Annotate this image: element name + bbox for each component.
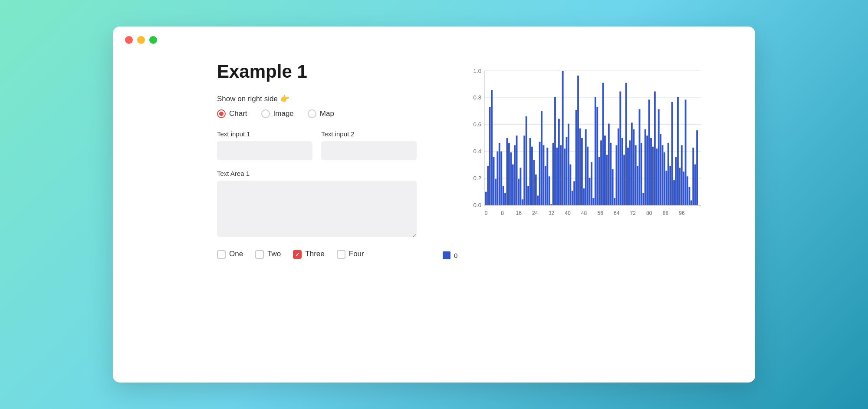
svg-rect-45 [523, 135, 525, 205]
checkbox-box-two [255, 250, 264, 259]
svg-text:56: 56 [597, 210, 603, 216]
svg-rect-132 [690, 201, 692, 205]
svg-rect-66 [564, 148, 566, 205]
svg-rect-121 [669, 166, 671, 205]
svg-rect-77 [585, 129, 587, 205]
svg-text:48: 48 [581, 210, 587, 216]
svg-rect-128 [683, 172, 684, 205]
legend-label-0: 0 [454, 252, 457, 259]
svg-rect-87 [604, 135, 606, 205]
bar-chart: 1.0 0.8 0.6 0.4 0.2 0.0 0 8 16 24 32 40 … [443, 61, 729, 244]
svg-rect-58 [549, 176, 550, 205]
textarea-group: Text Area 1 [217, 170, 417, 237]
checkbox-three[interactable]: Three [293, 249, 324, 259]
svg-rect-88 [606, 155, 608, 205]
svg-rect-100 [629, 140, 631, 205]
svg-rect-68 [568, 124, 569, 205]
svg-rect-56 [545, 166, 546, 205]
minimize-button[interactable] [137, 36, 145, 44]
checkbox-label-three: Three [305, 249, 324, 259]
radio-map[interactable]: Map [308, 109, 334, 118]
svg-rect-79 [589, 178, 591, 205]
right-panel: 1.0 0.8 0.6 0.4 0.2 0.0 0 8 16 24 32 40 … [443, 57, 729, 369]
svg-rect-129 [685, 99, 687, 205]
svg-rect-109 [646, 135, 648, 205]
svg-rect-69 [569, 165, 571, 205]
svg-rect-126 [679, 168, 681, 205]
svg-rect-34 [503, 186, 504, 205]
svg-rect-37 [508, 143, 510, 205]
svg-rect-43 [519, 168, 521, 205]
svg-rect-32 [499, 143, 500, 205]
svg-rect-55 [543, 145, 545, 205]
svg-text:40: 40 [565, 210, 571, 216]
svg-rect-82 [595, 97, 596, 205]
main-content: Example 1 Show on right side 👉 Chart Ima… [113, 48, 755, 378]
svg-rect-97 [623, 155, 625, 205]
svg-rect-26 [487, 166, 489, 205]
svg-text:80: 80 [646, 210, 652, 216]
svg-rect-40 [514, 145, 516, 205]
svg-rect-127 [681, 145, 683, 205]
svg-rect-104 [637, 166, 638, 205]
svg-rect-94 [618, 129, 619, 205]
radio-image[interactable]: Image [261, 109, 294, 118]
svg-text:0.4: 0.4 [473, 148, 481, 155]
maximize-button[interactable] [149, 36, 157, 44]
svg-rect-27 [489, 107, 491, 205]
checkbox-one[interactable]: One [217, 249, 243, 259]
svg-rect-60 [552, 143, 554, 205]
svg-rect-86 [602, 83, 604, 205]
checkbox-two[interactable]: Two [255, 249, 281, 259]
svg-text:64: 64 [614, 210, 620, 216]
svg-rect-130 [687, 176, 688, 205]
svg-rect-53 [539, 142, 541, 205]
text-input-1[interactable] [217, 141, 312, 160]
svg-rect-117 [662, 145, 664, 205]
svg-rect-99 [627, 148, 629, 205]
radio-circle-map [308, 109, 316, 118]
chart-container: 1.0 0.8 0.6 0.4 0.2 0.0 0 8 16 24 32 40 … [443, 61, 729, 369]
svg-rect-98 [625, 83, 627, 205]
svg-rect-134 [694, 165, 696, 205]
svg-rect-113 [654, 92, 656, 205]
radio-circle-chart [217, 109, 226, 118]
svg-rect-29 [493, 157, 495, 205]
input-group-2: Text input 2 [321, 130, 417, 160]
svg-rect-131 [689, 187, 690, 205]
radio-chart[interactable]: Chart [217, 109, 247, 118]
svg-rect-118 [664, 152, 665, 205]
close-button[interactable] [125, 36, 133, 44]
svg-rect-46 [526, 116, 527, 205]
svg-rect-54 [541, 111, 542, 205]
svg-rect-81 [592, 198, 594, 205]
text-area-1[interactable] [217, 181, 417, 237]
svg-rect-114 [656, 148, 658, 205]
svg-rect-61 [554, 97, 556, 205]
svg-rect-107 [642, 193, 644, 205]
svg-rect-74 [579, 129, 581, 205]
svg-rect-57 [546, 148, 548, 205]
svg-text:8: 8 [501, 210, 504, 216]
svg-rect-63 [558, 119, 560, 205]
checkbox-four[interactable]: Four [337, 249, 364, 259]
svg-rect-89 [608, 124, 610, 205]
checkbox-label-one: One [229, 249, 243, 259]
svg-rect-122 [671, 102, 673, 205]
svg-rect-50 [533, 160, 535, 205]
svg-rect-42 [518, 179, 519, 205]
checkbox-box-three [293, 250, 302, 259]
svg-rect-62 [556, 148, 558, 205]
svg-rect-41 [516, 135, 518, 205]
svg-rect-133 [692, 148, 694, 205]
radio-chart-label: Chart [229, 109, 247, 118]
svg-rect-36 [506, 138, 508, 205]
text-input-2[interactable] [321, 141, 417, 160]
svg-text:32: 32 [549, 210, 555, 216]
svg-rect-71 [573, 181, 575, 205]
svg-rect-95 [619, 92, 621, 205]
svg-text:24: 24 [532, 210, 538, 216]
svg-rect-52 [537, 195, 539, 205]
svg-text:16: 16 [516, 210, 522, 216]
svg-rect-115 [658, 109, 660, 205]
